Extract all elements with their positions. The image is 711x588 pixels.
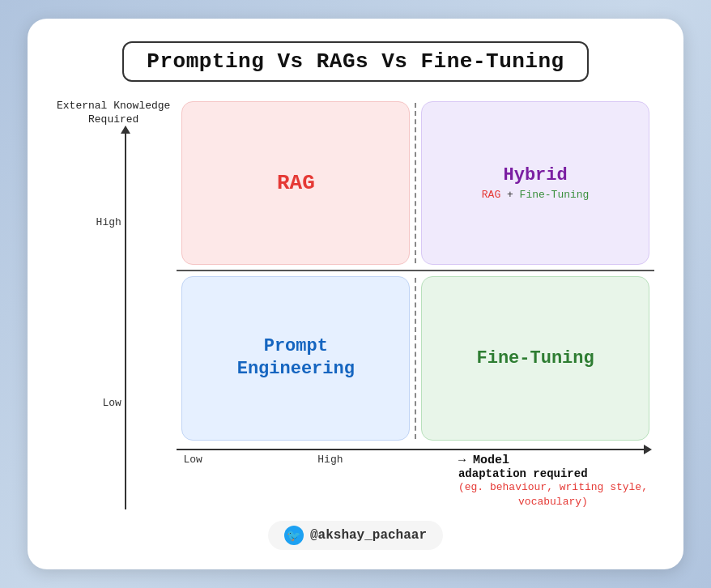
hybrid-plus-part: + — [500, 189, 519, 201]
main-card: Prompting Vs RAGs Vs Fine-Tuning Externa… — [28, 19, 683, 569]
hybrid-subtitle: RAG + Fine-Tuning — [482, 189, 590, 201]
y-axis-arrow — [125, 132, 126, 509]
y-axis-label: External KnowledgeRequired — [57, 100, 170, 127]
x-high-label: High — [317, 454, 343, 509]
twitter-icon: 🐦 — [284, 526, 304, 545]
hybrid-rag-part: RAG — [482, 189, 500, 201]
y-low-label: Low — [102, 397, 121, 409]
x-axis-sub-label: adaptation required — [458, 467, 588, 480]
quadrant-hybrid: Hybrid RAG + Fine-Tuning — [421, 101, 649, 265]
rag-title: RAG — [277, 171, 315, 195]
x-low-label: Low — [183, 454, 202, 509]
title-box: Prompting Vs RAGs Vs Fine-Tuning — [122, 41, 588, 82]
x-axis-detail-label: (eg. behaviour, writing style,vocabulary… — [458, 480, 648, 509]
dashed-divider — [415, 103, 416, 263]
hybrid-ft-part: Fine-Tuning — [520, 189, 590, 201]
x-axis-line — [177, 449, 645, 450]
twitter-handle: @akshay_pachaar — [310, 528, 427, 543]
y-axis-labels: High Low — [96, 132, 121, 509]
x-labels-row: Low High → Model adaptation required (eg… — [177, 450, 654, 509]
y-high-label: High — [96, 216, 121, 228]
x-axis-line-row — [177, 449, 654, 450]
x-axis-area: Low High → Model adaptation required (eg… — [177, 449, 654, 509]
chart-area: External KnowledgeRequired High Low RAG — [57, 96, 654, 509]
quadrant-fine: Fine-Tuning — [421, 276, 649, 440]
fine-title: Fine-Tuning — [476, 348, 594, 369]
plot-area: RAG Hybrid RAG + Fine-Tuning PromptEngin… — [177, 96, 654, 509]
dashed-divider-bottom — [415, 278, 416, 438]
x-axis-title-block: → Model adaptation required (eg. behavio… — [458, 454, 648, 509]
quadrant-prompt: PromptEngineering — [181, 276, 410, 440]
prompt-title: PromptEngineering — [237, 335, 355, 381]
y-axis-container: External KnowledgeRequired High Low — [57, 96, 170, 509]
x-axis-main-label: → Model — [458, 454, 509, 467]
quadrant-rag: RAG — [181, 101, 410, 265]
chart-title: Prompting Vs RAGs Vs Fine-Tuning — [147, 49, 564, 74]
footer: 🐦 @akshay_pachaar — [268, 521, 443, 550]
hybrid-title: Hybrid — [504, 165, 568, 185]
